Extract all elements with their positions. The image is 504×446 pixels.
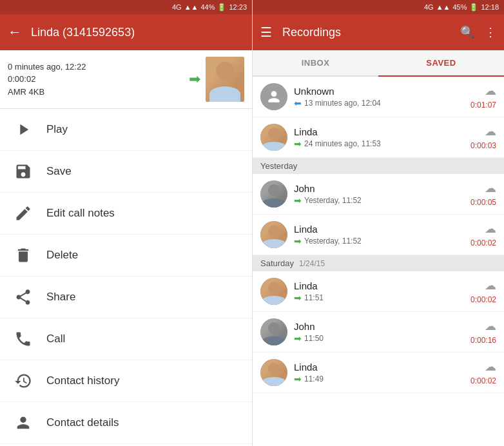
list-item[interactable]: Linda ➡ 11:51 ☁ 0:00:02 (253, 271, 504, 312)
section-header-saturday: Saturday 1/24/15 (253, 255, 504, 271)
hamburger-button[interactable]: ☰ (260, 24, 272, 40)
recording-info-item: John ➡ 11:50 (294, 321, 470, 344)
share-icon (13, 287, 34, 307)
right-header: ☰ Recordings 🔍 ⋮ (253, 14, 504, 50)
back-button[interactable]: ← (8, 24, 22, 41)
duration-text: 0:00:05 (470, 198, 496, 207)
direction-icon: ➡ (294, 333, 302, 344)
avatar (260, 318, 287, 345)
recording-details: 0 minutes ago, 12:22 0:00:02 AMR 4KB (8, 61, 86, 99)
list-item[interactable]: Unknown ⬅ 13 minutes ago, 12:04 ☁ 0:01:0… (253, 77, 504, 117)
tabs-bar: INBOX SAVED (253, 50, 504, 77)
contact-name: Linda (294, 224, 470, 235)
contact-name: Linda (294, 362, 470, 373)
list-item[interactable]: Linda ➡ 24 minutes ago, 11:53 ☁ 0:00:03 (253, 117, 504, 158)
status-info-right: 4G ▲▲ 45% 🔋 12:18 (424, 3, 499, 12)
section-title: Saturday (260, 258, 294, 268)
call-time: ⬅ 13 minutes ago, 12:04 (294, 98, 470, 108)
history-icon (13, 371, 34, 391)
recordings-list: Unknown ⬅ 13 minutes ago, 12:04 ☁ 0:01:0… (253, 77, 504, 446)
direction-arrow: ➡ (189, 71, 200, 88)
call-time: ➡ Yesterday, 11:52 (294, 195, 470, 206)
time-right: 12:18 (481, 3, 499, 11)
contact-details-menu-item[interactable]: Contact details (0, 402, 252, 444)
cloud-icon: ☁ (485, 360, 496, 374)
contact-name: Unknown (294, 86, 470, 97)
signal-right: 4G (424, 3, 434, 11)
avatar (260, 278, 287, 305)
list-item[interactable]: Linda ➡ 11:49 ☁ 0:00:02 (253, 353, 504, 393)
person-icon (13, 412, 34, 433)
contact-avatar (206, 57, 244, 102)
more-button[interactable]: ⋮ (485, 25, 496, 39)
tab-inbox[interactable]: INBOX (253, 50, 378, 75)
signal-left: 4G (172, 3, 182, 11)
list-item[interactable]: John ➡ Yesterday, 11:52 ☁ 0:00:05 (253, 174, 504, 215)
list-item[interactable]: Linda ➡ Yesterday, 11:52 ☁ 0:00:02 (253, 215, 504, 255)
left-panel: 4G ▲▲ 44% 🔋 12:23 ← Linda (3141592653) 0… (0, 0, 252, 446)
duration-text: 0:00:16 (470, 336, 496, 345)
call-menu-item[interactable]: Call (0, 318, 252, 360)
right-title: Recordings (282, 26, 460, 39)
duration-text: 0:00:02 (470, 295, 496, 304)
delete-menu-item[interactable]: Delete (0, 235, 252, 276)
recording-info-item: Unknown ⬅ 13 minutes ago, 12:04 (294, 86, 470, 108)
battery-icon-right: 🔋 (469, 3, 478, 12)
cloud-icon: ☁ (485, 222, 496, 236)
contact-name: John (294, 321, 470, 332)
recording-info-item: Linda ➡ 24 minutes ago, 11:53 (294, 126, 470, 149)
save-label: Save (46, 165, 72, 178)
search-button[interactable]: 🔍 (460, 25, 474, 39)
linda-avatar (260, 124, 287, 151)
menu-list: Play Save Edit call notes Delete (0, 109, 252, 446)
recording-duration: ☁ 0:00:02 (470, 222, 496, 247)
contact-name: Linda (294, 126, 470, 137)
call-time: ➡ 24 minutes ago, 11:53 (294, 139, 470, 149)
call-icon (13, 329, 34, 349)
contact-name: Linda (294, 280, 470, 291)
edit-menu-item[interactable]: Edit call notes (0, 193, 252, 235)
call-time: ➡ 11:51 (294, 293, 470, 303)
play-menu-item[interactable]: Play (0, 109, 252, 151)
duration-text: 0:00:02 (470, 238, 496, 247)
tab-saved[interactable]: SAVED (378, 50, 504, 75)
time-text: Yesterday, 11:52 (304, 196, 362, 205)
edit-icon (13, 203, 34, 224)
linda-avatar (260, 359, 287, 386)
cloud-icon: ☁ (485, 181, 496, 195)
time-text: 24 minutes ago, 11:53 (304, 139, 381, 148)
right-panel: 4G ▲▲ 45% 🔋 12:18 ☰ Recordings 🔍 ⋮ INBOX… (252, 0, 504, 446)
battery-right: 45% (452, 3, 467, 11)
section-date: 1/24/15 (299, 259, 325, 268)
recording-duration: ☁ 0:01:07 (470, 84, 496, 110)
section-header-yesterday: Yesterday (253, 158, 504, 174)
avatar (260, 180, 287, 208)
delete-icon (13, 245, 34, 266)
status-bar-left: 4G ▲▲ 44% 🔋 12:23 (0, 0, 252, 14)
list-item[interactable]: John ➡ 11:50 ☁ 0:00:16 (253, 312, 504, 353)
cloud-icon: ☁ (485, 84, 496, 98)
time-left: 12:23 (229, 3, 247, 11)
battery-left: 44% (200, 3, 215, 11)
recording-time: 0 minutes ago, 12:22 (8, 61, 86, 73)
john-avatar (260, 180, 287, 208)
avatar (260, 124, 287, 151)
save-menu-item[interactable]: Save (0, 151, 252, 193)
avatar (260, 221, 287, 248)
time-text: 11:49 (304, 374, 324, 383)
contact-name: John (294, 183, 470, 194)
recording-info-item: John ➡ Yesterday, 11:52 (294, 183, 470, 206)
contact-history-menu-item[interactable]: Contact history (0, 360, 252, 402)
duration-text: 0:00:02 (470, 376, 496, 385)
share-menu-item[interactable]: Share (0, 276, 252, 318)
recording-duration: ☁ 0:00:02 (470, 360, 496, 385)
play-icon (13, 119, 34, 140)
recording-duration: 0:00:02 (8, 73, 86, 86)
share-label: Share (46, 291, 75, 304)
recording-info-item: Linda ➡ 11:51 (294, 280, 470, 303)
recording-info-item: Linda ➡ 11:49 (294, 362, 470, 384)
unknown-avatar (260, 83, 287, 110)
save-icon (13, 161, 34, 182)
status-bar-right: 4G ▲▲ 45% 🔋 12:18 (253, 0, 504, 14)
signal-bars-left: ▲▲ (184, 3, 199, 11)
